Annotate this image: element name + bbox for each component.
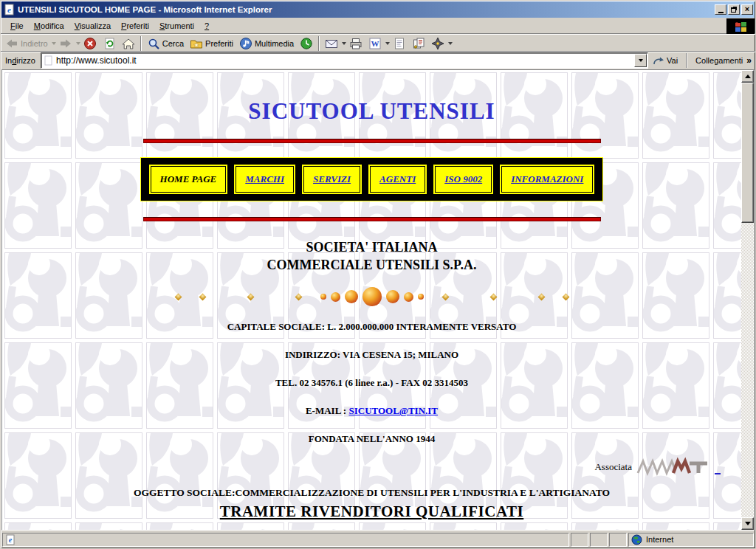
close-icon: ×: [745, 5, 749, 13]
go-arrow-icon: [653, 55, 664, 66]
home-icon: [122, 37, 135, 50]
email-line: E-MAIL : SICUTOOL@TIN.IT: [2, 405, 741, 417]
assomut-logo: [636, 457, 710, 477]
links-bar[interactable]: Collegamenti »: [690, 55, 753, 66]
messenger-button[interactable]: [428, 35, 447, 52]
svg-text:e: e: [9, 536, 13, 544]
main-navigation: HOME PAGE MARCHI SERVIZI AGENTI ISO 9002…: [140, 157, 604, 201]
favorites-icon: [190, 37, 203, 50]
menu-strumenti[interactable]: Strumenti: [154, 19, 199, 32]
menu-visualizza[interactable]: Visualizza: [69, 19, 116, 32]
address-dropdown-button[interactable]: [634, 54, 647, 67]
media-button[interactable]: Multimedia: [236, 35, 297, 52]
email-label: E-MAIL :: [306, 405, 346, 416]
address-field[interactable]: [41, 52, 648, 69]
red-rule-bottom: [143, 217, 601, 221]
menu-modifica[interactable]: Modifica: [29, 19, 69, 32]
vertical-scrollbar[interactable]: [741, 70, 754, 530]
discuss-button[interactable]: [409, 35, 428, 52]
stop-button[interactable]: [80, 35, 100, 52]
status-main-panel: e: [2, 533, 569, 547]
status-zone-panel: Internet: [628, 533, 754, 547]
print-icon: [349, 37, 362, 50]
edit-with-word-button[interactable]: W: [365, 35, 385, 52]
svg-text:W: W: [371, 39, 379, 48]
menu-file[interactable]: File: [5, 19, 29, 32]
status-mini-panel: [571, 533, 588, 547]
history-button[interactable]: [297, 35, 316, 52]
scroll-down-button[interactable]: [741, 517, 754, 530]
title-bar: e UTENSILI SICUTOOL HOME PAGE - Microsof…: [1, 1, 755, 18]
gold-sphere: [345, 290, 358, 303]
gold-diamond-sparkle: [295, 293, 302, 300]
gold-diamond-sparkle: [174, 293, 182, 300]
close-button[interactable]: ×: [741, 4, 753, 15]
restore-icon: [731, 7, 736, 13]
gold-sphere: [362, 287, 382, 306]
email-link[interactable]: SICUTOOL@TIN.IT: [348, 405, 438, 416]
print-button[interactable]: [346, 35, 365, 52]
forward-button[interactable]: [56, 35, 75, 52]
browser-viewport: SICUTOOL UTENSILI HOME PAGE MARCHI SERVI…: [1, 69, 755, 531]
web-page: SICUTOOL UTENSILI HOME PAGE MARCHI SERVI…: [2, 70, 741, 530]
favorites-button[interactable]: Preferiti: [187, 35, 236, 52]
gold-sphere: [404, 292, 413, 302]
page-icon: [44, 55, 54, 66]
scrollbar-track[interactable]: [741, 83, 754, 517]
refresh-button[interactable]: [100, 35, 119, 52]
chevron-down-icon: [639, 59, 643, 62]
toolbar-separator: [318, 36, 320, 51]
nav-servizi[interactable]: SERVIZI: [302, 165, 362, 194]
resellers-line: TRAMITE RIVENDITORI QUALIFICATI: [2, 503, 741, 521]
browser-window: e UTENSILI SICUTOOL HOME PAGE - Microsof…: [0, 0, 756, 549]
page-title: SICUTOOL UTENSILI: [2, 97, 741, 126]
home-button[interactable]: [119, 35, 138, 52]
business-purpose-line: OGGETTO SOCIALE:COMMERCIALIZZAZIONE DI U…: [2, 487, 741, 499]
security-zone-label: Internet: [646, 535, 673, 544]
gold-diamond-sparkle: [489, 293, 497, 300]
menu-help[interactable]: ?: [199, 19, 214, 32]
go-button[interactable]: Vai: [648, 54, 684, 67]
menu-preferiti[interactable]: Preferiti: [116, 19, 154, 32]
svg-text:e: e: [7, 5, 11, 14]
gold-diamond-sparkle: [441, 293, 449, 300]
logo-link-underline[interactable]: [715, 473, 721, 474]
mail-button[interactable]: [322, 35, 341, 52]
gold-diamond-sparkle: [199, 293, 206, 300]
address-input[interactable]: [56, 54, 634, 67]
founded-line: FONDATA NELL'ANNO 1944: [2, 433, 741, 445]
restore-button[interactable]: [728, 4, 740, 15]
gold-diamond-sparkle: [562, 293, 569, 300]
nav-iso-9002[interactable]: ISO 9002: [433, 165, 493, 194]
nav-marchi[interactable]: MARCHI: [234, 165, 295, 194]
company-name: SOCIETA' ITALIANA COMMERCIALE UTENSILI S…: [2, 238, 741, 274]
gold-sphere: [386, 290, 399, 303]
minimize-button[interactable]: [715, 4, 726, 15]
chevron-right-icon[interactable]: »: [746, 55, 752, 66]
edit-icon: [393, 37, 406, 50]
company-line-1: SOCIETA' ITALIANA: [2, 238, 741, 256]
toolbar-separator: [140, 36, 142, 51]
back-button[interactable]: Indietro: [2, 35, 51, 52]
nav-bar-wrap: HOME PAGE MARCHI SERVIZI AGENTI ISO 9002…: [2, 143, 741, 201]
gold-sphere: [320, 294, 326, 300]
association-row: Associata: [2, 457, 741, 477]
gold-sphere: [331, 292, 340, 302]
status-bar: e Internet: [1, 531, 755, 548]
messenger-dropdown-caret[interactable]: [448, 42, 453, 45]
internet-globe-icon: [631, 534, 642, 545]
nav-agenti[interactable]: AGENTI: [368, 165, 427, 194]
search-button[interactable]: Cerca: [144, 35, 187, 52]
capital-line: CAPITALE SOCIALE: L. 2.000.000.000 INTER…: [2, 321, 741, 333]
address-label: Indirizzo: [3, 56, 41, 65]
nav-informazioni[interactable]: INFORMAZIONI: [500, 165, 594, 194]
scroll-up-button[interactable]: [741, 70, 754, 83]
scrollbar-thumb[interactable]: [741, 83, 754, 223]
edit-button[interactable]: [390, 35, 409, 52]
nav-home-page[interactable]: HOME PAGE: [149, 165, 228, 194]
addressbar-separator: [686, 53, 687, 68]
triangle-down-icon: [745, 522, 751, 525]
messenger-icon: [431, 37, 444, 50]
gold-diamond-sparkle: [247, 293, 254, 300]
gold-diamond-sparkle: [537, 293, 545, 300]
